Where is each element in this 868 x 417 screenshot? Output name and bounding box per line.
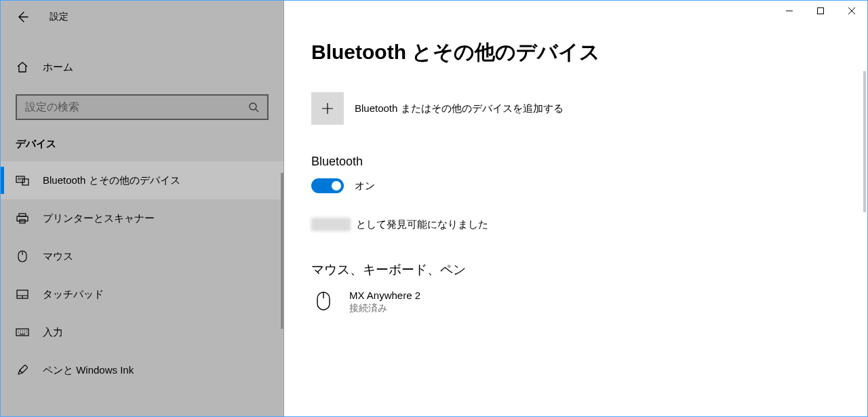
arrow-left-icon [16, 10, 29, 24]
sidebar-item-label: ペンと Windows Ink [43, 364, 134, 377]
pen-icon [17, 365, 28, 376]
device-item[interactable]: MX Anywhere 2 接続済み [311, 290, 867, 315]
sidebar-item-label: 入力 [43, 326, 63, 339]
device-name: MX Anywhere 2 [349, 290, 420, 301]
svg-rect-3 [19, 214, 26, 216]
sidebar-item-touchpad[interactable]: タッチパッド [1, 275, 283, 313]
sidebar-nav: Bluetooth とその他のデバイス プリンターとスキャナー マウス タッチパ… [1, 161, 283, 389]
add-device-tile [311, 92, 344, 125]
sidebar-scrollbar[interactable] [281, 173, 283, 329]
svg-rect-9 [818, 8, 824, 14]
printer-icon [16, 213, 28, 224]
touchpad-icon [16, 290, 28, 299]
search-input[interactable] [25, 101, 247, 113]
svg-point-0 [250, 103, 256, 110]
plus-icon [320, 101, 335, 116]
search-icon [248, 102, 259, 113]
device-name-redacted [311, 218, 351, 231]
sidebar-item-label: マウス [43, 250, 73, 263]
close-button[interactable] [836, 1, 867, 21]
search-box[interactable] [16, 94, 269, 120]
discoverable-text: として発見可能になりました [311, 218, 867, 231]
close-icon [848, 7, 856, 15]
sidebar-item-printers[interactable]: プリンターとスキャナー [1, 199, 283, 237]
window-controls [774, 1, 867, 21]
home-label: ホーム [43, 61, 73, 74]
device-status: 接続済み [349, 302, 420, 315]
sidebar-item-label: プリンターとスキャナー [43, 212, 155, 225]
discoverable-suffix: として発見可能になりました [356, 218, 488, 231]
settings-sidebar: 設定 ホーム デバイス Bluetooth とその他のデバイス プリンターとスキ… [1, 1, 284, 416]
bluetooth-toggle-row: オン [311, 178, 867, 193]
add-device-label: Bluetooth またはその他のデバイスを追加する [355, 102, 564, 115]
bluetooth-toggle[interactable] [311, 178, 344, 193]
home-icon [16, 61, 28, 73]
toggle-knob [332, 181, 341, 191]
maximize-button[interactable] [805, 1, 836, 21]
device-section-label: マウス、キーボード、ペン [311, 261, 867, 279]
page-title: Bluetooth とその他のデバイス [311, 39, 867, 66]
add-device-button[interactable]: Bluetooth またはその他のデバイスを追加する [311, 92, 867, 125]
keyboard-icon [16, 328, 29, 336]
mouse-icon [18, 250, 27, 262]
sidebar-item-pen[interactable]: ペンと Windows Ink [1, 351, 283, 389]
sidebar-item-mouse[interactable]: マウス [1, 237, 283, 275]
sidebar-header: 設定 [1, 5, 283, 29]
bluetooth-toggle-state: オン [355, 180, 375, 193]
sidebar-item-typing[interactable]: 入力 [1, 313, 283, 351]
mouse-icon [316, 291, 331, 311]
main-scrollbar[interactable] [863, 71, 866, 212]
minimize-button[interactable] [774, 1, 805, 21]
home-nav-item[interactable]: ホーム [1, 52, 283, 82]
back-button[interactable] [14, 9, 31, 25]
sidebar-section-label: デバイス [16, 138, 283, 151]
main-content: Bluetooth とその他のデバイス Bluetooth またはその他のデバイ… [284, 1, 867, 416]
maximize-icon [816, 7, 825, 15]
minimize-icon [785, 7, 793, 15]
sidebar-item-label: Bluetooth とその他のデバイス [43, 174, 180, 187]
bluetooth-section-label: Bluetooth [311, 155, 867, 169]
sidebar-item-bluetooth-devices[interactable]: Bluetooth とその他のデバイス [1, 161, 283, 199]
sidebar-item-label: タッチパッド [43, 288, 104, 301]
svg-rect-4 [17, 216, 28, 221]
window-title: 設定 [50, 11, 68, 23]
devices-icon [16, 175, 29, 186]
